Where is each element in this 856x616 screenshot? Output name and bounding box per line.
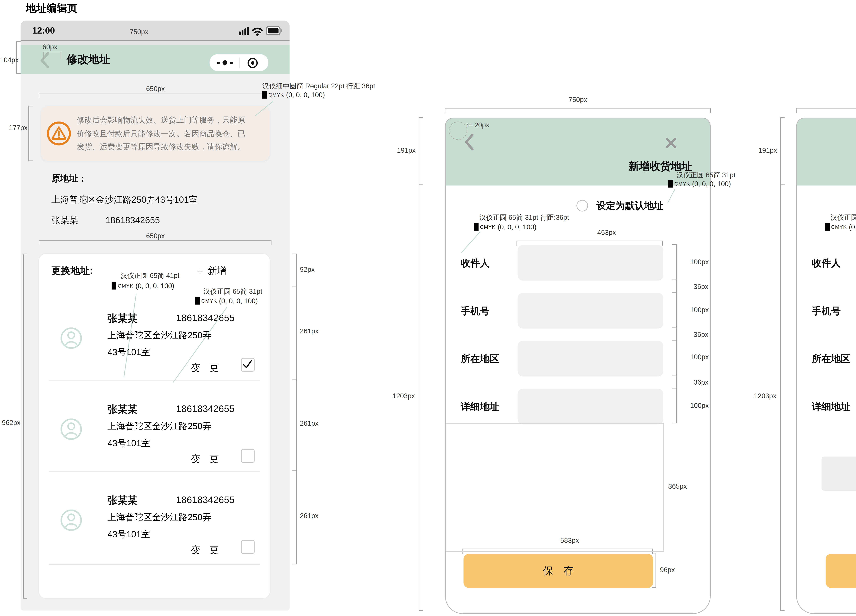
detail-address-input[interactable] (517, 389, 664, 424)
cmyk-value: (0, 0, 0, 100) (219, 297, 258, 305)
save-button[interactable]: 保 存 (463, 554, 653, 588)
row-address-line1: 上海普陀区金沙江路250弄 (108, 329, 211, 342)
color-swatch (195, 297, 200, 305)
measure-label-104: 104px (0, 56, 14, 64)
phone-mockup-change-address: 地址变更 设定为默认地址 收件人 张某某 手机号 18618342655 所在地… (796, 118, 856, 614)
save-button[interactable]: 保 存 (826, 554, 856, 588)
recipient-name: 张某某 (108, 312, 137, 325)
status-bar: 12:00 (20, 20, 289, 41)
field-label-region: 所在地区 (461, 341, 499, 376)
font-spec-round41: 汉仪正圆 65简 41pt (120, 271, 180, 281)
field-label-detail: 详细地址 (812, 389, 850, 424)
font-spec-thin22: 汉仪细中圆简 Regular 22pt 行距:36pt (262, 81, 375, 91)
capsule-divider (239, 57, 240, 68)
original-phone: 18618342655 (105, 215, 160, 225)
measure-label-191: 191px (395, 146, 416, 154)
color-swatch (825, 223, 830, 231)
row-address-line1: 上海普陀区金沙江路250弄 (108, 511, 211, 524)
avatar-icon (60, 418, 82, 440)
signal-icon (239, 27, 249, 35)
warning-text: 修改后会影响物流失效、送货上门等服务，只能原 价修改且付款后只能修改一次。若因商… (77, 114, 266, 154)
battery-icon (266, 27, 282, 35)
checkbox-unchecked[interactable] (241, 540, 255, 554)
change-button[interactable]: 变 更 (191, 453, 219, 465)
measure-label-261: 261px (300, 419, 319, 427)
status-band (20, 41, 289, 45)
status-icons (239, 25, 283, 36)
row-address-line2: 43号101室 (108, 437, 150, 450)
measure-label-60: 60px (42, 43, 57, 51)
original-address-block: 原地址： 上海普陀区金沙江路250弄43号101室 张某某18618342655 (51, 172, 277, 227)
change-button[interactable]: 变 更 (191, 544, 219, 556)
cmyk-label: CMYK (118, 283, 133, 289)
default-radio[interactable] (576, 200, 588, 212)
close-circle-icon[interactable] (247, 57, 258, 68)
recipient-input[interactable] (517, 245, 664, 281)
measure-label-92: 92px (300, 266, 315, 273)
phone-mockup-edit-address: 12:00 (20, 20, 289, 610)
page-title: 地址编辑页 (26, 2, 77, 15)
change-button[interactable]: 变 更 (191, 362, 219, 374)
cmyk-spec: CMYK (0, 0, 0, 100) (195, 297, 258, 305)
more-dots-icon[interactable] (223, 60, 227, 65)
cmyk-value: (0, 0, 0, 100) (849, 223, 856, 231)
measure-label-261: 261px (300, 327, 319, 335)
back-chevron-icon[interactable] (40, 52, 51, 68)
cmyk-label: CMYK (201, 298, 217, 304)
measure-191-1203-mid (419, 118, 423, 610)
row-divider (49, 564, 260, 565)
recipient-phone: 18618342655 (176, 312, 235, 323)
cmyk-label: CMYK (480, 224, 496, 230)
field-label-mobile: 手机号 (812, 293, 841, 329)
original-name: 张某某 (51, 215, 78, 225)
color-swatch (474, 223, 479, 231)
back-chevron-icon[interactable] (464, 134, 474, 151)
avatar-icon (60, 327, 82, 349)
delete-button[interactable]: 删 除 (822, 456, 856, 491)
mobile-input[interactable] (517, 293, 664, 329)
cmyk-spec: CMYK (0, 0, 0, 100) (262, 91, 325, 98)
address-row[interactable]: 张某某 18618342655 上海普陀区金沙江路250弄 43号101室 变 … (39, 471, 270, 562)
recipient-phone: 18618342655 (176, 494, 235, 505)
address-row[interactable]: 张某某 18618342655 上海普陀区金沙江路250弄 43号101室 变 … (39, 380, 270, 471)
cmyk-spec: CMYK (0, 0, 0, 100) (668, 180, 731, 187)
warning-line: 发货、运费变更等原因导致修改失败，请你谅解。 (77, 140, 266, 154)
original-contact: 张某某18618342655 (51, 214, 277, 227)
measure-label-650: 650px (142, 232, 169, 240)
close-icon[interactable] (665, 137, 677, 149)
row-address-line2: 43号101室 (108, 346, 150, 359)
region-input[interactable] (517, 341, 664, 376)
color-swatch (112, 282, 116, 290)
font-spec-round31: 汉仪正圆 65简 31pt (676, 171, 736, 180)
alert-icon (46, 120, 72, 146)
checkbox-unchecked[interactable] (241, 449, 255, 462)
cmyk-value: (0, 0, 0, 100) (498, 223, 537, 231)
row-address-line2: 43号101室 (108, 528, 150, 541)
more-dots-icon[interactable] (217, 61, 220, 65)
field-label-recipient: 收件人 (461, 245, 490, 281)
set-default-label: 设定为默认地址 (596, 200, 664, 212)
original-address-label: 原地址： (51, 172, 277, 185)
measure-750-right (796, 108, 856, 113)
measure-label-100: 100px (690, 353, 709, 361)
color-swatch (262, 91, 267, 98)
measure-label-36: 36px (694, 331, 708, 338)
cmyk-spec: CMYK (0, 0, 0, 100) (474, 223, 536, 231)
more-dots-icon[interactable] (230, 61, 233, 65)
row-address-line1: 上海普陀区金沙江路250弄 (108, 420, 211, 433)
check-icon (242, 359, 253, 370)
wifi-icon (253, 28, 262, 36)
measure-label-962: 962px (2, 419, 20, 426)
field-label-recipient: 收件人 (812, 245, 841, 281)
checkbox-checked[interactable] (241, 358, 255, 372)
nav-header: 修改地址 (20, 45, 289, 74)
measure-750-mid (445, 108, 711, 113)
nav-title: 修改地址 (66, 53, 110, 67)
add-address-button[interactable]: ＋ 新增 (195, 265, 227, 277)
measure-label-1203: 1203px (387, 392, 415, 399)
measure-label-36: 36px (694, 378, 708, 386)
measure-label-36: 36px (694, 283, 708, 290)
warning-line: 修改后会影响物流失效、送货上门等服务，只能原 (77, 114, 266, 127)
measure-label-100: 100px (690, 402, 709, 409)
status-time: 12:00 (32, 25, 55, 35)
